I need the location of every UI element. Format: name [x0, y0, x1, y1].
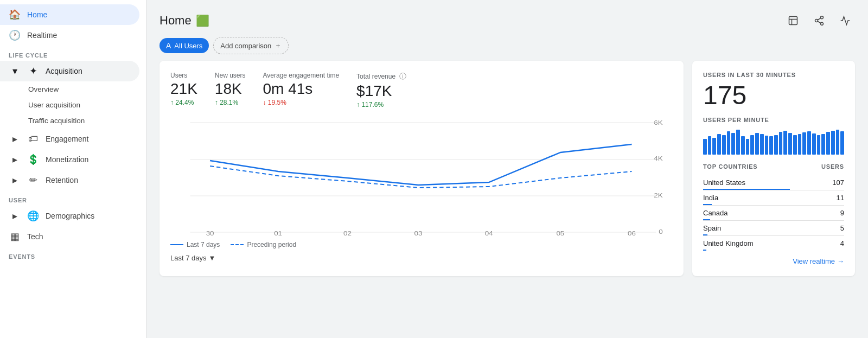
- metric-users: Users 21K ↑ 24.4%: [170, 72, 197, 109]
- svg-point-5: [821, 22, 824, 25]
- add-comparison-button[interactable]: Add comparison ＋: [213, 37, 289, 54]
- sidebar-item-acquisition[interactable]: ▾ ✦ Acquisition: [0, 61, 139, 81]
- realtime-count: 175: [703, 80, 844, 110]
- bar: [807, 131, 811, 155]
- engagement-label: Average engagement time: [263, 72, 340, 79]
- sidebar-item-monetization[interactable]: ▸ 💲 Monetization: [0, 149, 139, 170]
- metrics-card: Users 21K ↑ 24.4% New users 18K ↑ 28.1% …: [159, 61, 684, 276]
- bar: [836, 130, 840, 155]
- line-chart: 6K 4K 2K 0 30 Sep 01 Oct 02 03 04: [170, 117, 673, 237]
- clock-icon: 🕐: [9, 29, 21, 41]
- bar: [765, 136, 769, 155]
- expand-icon: ▾: [9, 65, 21, 77]
- chart-footer: Last 7 days Preceding period: [170, 241, 673, 248]
- all-users-label: All Users: [174, 42, 202, 50]
- country-bar: [703, 189, 790, 190]
- bar: [760, 134, 764, 155]
- country-bar: [703, 234, 707, 235]
- new-users-value: 18K: [215, 80, 246, 98]
- users-col-label: USERS: [821, 163, 844, 170]
- page-header: Home 🟩: [146, 0, 868, 37]
- svg-text:06: 06: [628, 230, 636, 237]
- top-countries-label: TOP COUNTRIES: [703, 163, 757, 170]
- content-area: Users 21K ↑ 24.4% New users 18K ↑ 28.1% …: [146, 61, 868, 276]
- bar: [812, 133, 816, 155]
- metric-new-users: New users 18K ↑ 28.1%: [215, 72, 246, 109]
- events-section-label: EVENTS: [0, 247, 146, 262]
- country-count: 11: [837, 194, 844, 202]
- country-name: Spain: [703, 224, 721, 232]
- info-icon[interactable]: ⓘ: [399, 72, 406, 80]
- svg-text:Oct: Oct: [272, 235, 284, 237]
- svg-text:0: 0: [659, 228, 663, 235]
- user-acquisition-label: User acquisition: [28, 101, 80, 109]
- sidebar-demographics-label: Demographics: [46, 212, 94, 220]
- bar: [774, 135, 778, 155]
- bar: [826, 132, 830, 155]
- sidebar-sub-user-acquisition[interactable]: User acquisition: [0, 97, 139, 113]
- bar: [727, 131, 731, 155]
- solid-line-icon: [170, 244, 183, 245]
- engagement-icon: 🏷: [27, 133, 39, 145]
- sidebar-realtime-label: Realtime: [27, 31, 57, 40]
- bar: [703, 139, 707, 155]
- country-name: United Kingdom: [703, 239, 754, 247]
- view-realtime-link[interactable]: View realtime →: [703, 257, 844, 265]
- svg-text:2K: 2K: [654, 192, 663, 199]
- share-button[interactable]: [809, 11, 829, 30]
- bar: [821, 134, 825, 155]
- legend-dashed: Preceding period: [231, 241, 296, 248]
- realtime-card: USERS IN LAST 30 MINUTES 175 USERS PER M…: [692, 61, 855, 276]
- check-icon: 🟩: [196, 14, 209, 27]
- acquisition-icon: ✦: [27, 65, 39, 77]
- bar: [741, 136, 745, 155]
- filter-bar: A All Users Add comparison ＋: [146, 37, 868, 61]
- traffic-acquisition-label: Traffic acquisition: [28, 117, 85, 125]
- new-users-label: New users: [215, 72, 246, 79]
- bar: [817, 135, 821, 155]
- countries-header: TOP COUNTRIES USERS: [703, 163, 844, 170]
- country-count: 107: [832, 178, 844, 187]
- explore-button[interactable]: [835, 11, 855, 30]
- country-name: India: [703, 194, 718, 202]
- svg-rect-0: [789, 17, 797, 25]
- sidebar-sub-traffic-acquisition[interactable]: Traffic acquisition: [0, 113, 139, 129]
- new-users-change: ↑ 28.1%: [215, 99, 246, 106]
- users-value: 21K: [170, 80, 197, 98]
- sidebar-item-engagement[interactable]: ▸ 🏷 Engagement: [0, 129, 139, 149]
- bar: [793, 135, 797, 155]
- svg-text:04: 04: [485, 230, 493, 237]
- monetization-icon: 💲: [27, 154, 39, 165]
- sidebar-home-label: Home: [27, 10, 47, 19]
- lifecycle-section-label: LIFE CYCLE: [0, 46, 146, 61]
- all-users-filter[interactable]: A All Users: [159, 38, 209, 53]
- edit-report-button[interactable]: [783, 11, 803, 30]
- bar: [736, 130, 740, 155]
- users-label: Users: [170, 72, 197, 79]
- date-range-selector[interactable]: Last 7 days ▼: [170, 254, 673, 262]
- overview-label: Overview: [28, 85, 59, 93]
- svg-line-7: [818, 18, 821, 20]
- per-minute-label: USERS PER MINUTE: [703, 117, 844, 123]
- metric-revenue: Total revenue ⓘ $17K ↑ 117.6%: [356, 72, 406, 109]
- metric-engagement: Average engagement time 0m 41s ↓ 19.5%: [263, 72, 340, 109]
- bar: [831, 131, 835, 155]
- dropdown-icon: ▼: [209, 254, 216, 262]
- page-title: Home: [159, 14, 192, 28]
- sidebar: 🏠 Home 🕐 Realtime LIFE CYCLE ▾ ✦ Acquisi…: [0, 0, 146, 338]
- bar: [769, 136, 773, 155]
- sidebar-item-demographics[interactable]: ▸ 🌐 Demographics: [0, 206, 139, 226]
- revenue-value: $17K: [356, 82, 406, 100]
- country-row: United Kingdom 4: [703, 236, 844, 251]
- expand-right-2-icon: ▸: [9, 154, 21, 165]
- svg-text:05: 05: [556, 230, 564, 237]
- svg-text:02: 02: [343, 230, 352, 237]
- sidebar-item-retention[interactable]: ▸ ✏ Retention: [0, 170, 139, 190]
- sidebar-item-tech[interactable]: ▦ Tech: [0, 226, 139, 247]
- country-row: Spain 5: [703, 221, 844, 236]
- sidebar-sub-overview[interactable]: Overview: [0, 81, 139, 97]
- sidebar-item-realtime[interactable]: 🕐 Realtime: [0, 25, 139, 46]
- country-count: 4: [840, 239, 844, 247]
- sidebar-item-home[interactable]: 🏠 Home: [0, 4, 139, 25]
- expand-right-icon: ▸: [9, 133, 21, 145]
